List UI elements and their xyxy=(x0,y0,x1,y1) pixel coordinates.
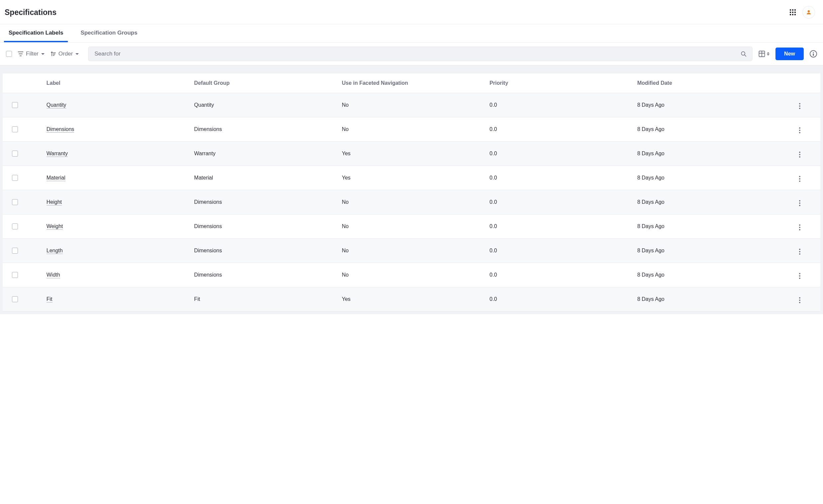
order-button[interactable]: Order xyxy=(50,50,79,57)
info-button[interactable] xyxy=(810,50,817,57)
svg-rect-4 xyxy=(813,53,814,56)
label-link[interactable]: Height xyxy=(46,199,62,205)
caret-down-icon xyxy=(75,53,79,55)
apps-grid-icon[interactable] xyxy=(790,9,796,15)
cell-modified: 8 Days Ago xyxy=(631,93,779,117)
cell-modified: 8 Days Ago xyxy=(631,166,779,190)
cell-faceted: No xyxy=(336,117,483,142)
cell-default-group: Dimensions xyxy=(188,214,336,239)
cell-faceted: No xyxy=(336,214,483,239)
row-checkbox[interactable] xyxy=(12,272,18,278)
select-all-checkbox[interactable] xyxy=(6,51,12,57)
table-row: Dimensions Dimensions No 0.0 8 Days Ago xyxy=(3,117,820,142)
info-icon xyxy=(813,52,814,56)
col-header-actions xyxy=(779,73,820,93)
col-header-checkbox xyxy=(3,73,40,93)
row-actions-menu[interactable] xyxy=(798,102,802,110)
table-row: Fit Fit Yes 0.0 8 Days Ago xyxy=(3,287,820,312)
tab-specification-groups[interactable]: Specification Groups xyxy=(76,24,142,42)
row-checkbox[interactable] xyxy=(12,296,18,302)
table-row: Quantity Quantity No 0.0 8 Days Ago xyxy=(3,93,820,117)
cell-modified: 8 Days Ago xyxy=(631,263,779,287)
cell-modified: 8 Days Ago xyxy=(631,142,779,166)
row-actions-menu[interactable] xyxy=(798,247,802,256)
search-icon[interactable] xyxy=(740,50,747,57)
cell-priority: 0.0 xyxy=(484,117,631,142)
table-row: Width Dimensions No 0.0 8 Days Ago xyxy=(3,263,820,287)
col-header-faceted[interactable]: Use in Faceted Navigation xyxy=(336,73,483,93)
row-actions-menu[interactable] xyxy=(798,296,802,305)
row-checkbox[interactable] xyxy=(12,223,18,229)
cell-faceted: No xyxy=(336,263,483,287)
col-header-priority[interactable]: Priority xyxy=(484,73,631,93)
sort-icon xyxy=(50,51,56,56)
cell-faceted: No xyxy=(336,239,483,263)
cell-default-group: Material xyxy=(188,166,336,190)
cell-priority: 0.0 xyxy=(484,190,631,214)
search-input[interactable] xyxy=(94,50,740,57)
row-actions-menu[interactable] xyxy=(798,175,802,183)
label-link[interactable]: Material xyxy=(46,175,65,181)
user-icon xyxy=(806,9,812,15)
sort-arrows-icon xyxy=(767,52,770,55)
label-link[interactable]: Length xyxy=(46,248,63,254)
page-title: Specifications xyxy=(5,8,56,17)
table-row: Length Dimensions No 0.0 8 Days Ago xyxy=(3,239,820,263)
cell-priority: 0.0 xyxy=(484,142,631,166)
caret-down-icon xyxy=(41,53,44,55)
row-checkbox[interactable] xyxy=(12,102,18,108)
filter-icon xyxy=(18,51,23,56)
cell-default-group: Dimensions xyxy=(188,239,336,263)
cell-priority: 0.0 xyxy=(484,239,631,263)
cell-modified: 8 Days Ago xyxy=(631,117,779,142)
label-link[interactable]: Width xyxy=(46,272,60,278)
filter-label: Filter xyxy=(26,50,38,57)
cell-default-group: Warranty xyxy=(188,142,336,166)
cell-modified: 8 Days Ago xyxy=(631,190,779,214)
cell-modified: 8 Days Ago xyxy=(631,287,779,312)
cell-modified: 8 Days Ago xyxy=(631,239,779,263)
row-checkbox[interactable] xyxy=(12,199,18,205)
label-link[interactable]: Dimensions xyxy=(46,126,74,133)
row-actions-menu[interactable] xyxy=(798,126,802,135)
col-header-default-group[interactable]: Default Group xyxy=(188,73,336,93)
cell-priority: 0.0 xyxy=(484,166,631,190)
specifications-table: Label Default Group Use in Faceted Navig… xyxy=(3,73,820,312)
cell-default-group: Fit xyxy=(188,287,336,312)
col-header-label[interactable]: Label xyxy=(40,73,188,93)
row-checkbox[interactable] xyxy=(12,126,18,132)
page-header: Specifications xyxy=(0,0,823,24)
filter-button[interactable]: Filter xyxy=(18,50,44,57)
cell-faceted: Yes xyxy=(336,287,483,312)
toolbar: Filter Order New xyxy=(0,42,823,65)
cell-priority: 0.0 xyxy=(484,93,631,117)
label-link[interactable]: Quantity xyxy=(46,102,66,108)
label-link[interactable]: Warranty xyxy=(46,151,68,157)
row-checkbox[interactable] xyxy=(12,248,18,254)
new-button[interactable]: New xyxy=(776,47,804,60)
cell-faceted: No xyxy=(336,190,483,214)
table-row: Material Material Yes 0.0 8 Days Ago xyxy=(3,166,820,190)
content: Label Default Group Use in Faceted Navig… xyxy=(0,65,823,314)
row-checkbox[interactable] xyxy=(12,151,18,157)
cell-default-group: Dimensions xyxy=(188,190,336,214)
svg-point-0 xyxy=(808,10,810,12)
cell-priority: 0.0 xyxy=(484,263,631,287)
cell-faceted: Yes xyxy=(336,166,483,190)
tab-specification-labels[interactable]: Specification Labels xyxy=(4,24,68,42)
col-header-modified[interactable]: Modified Date xyxy=(631,73,779,93)
view-switcher[interactable] xyxy=(759,50,770,57)
table-row: Height Dimensions No 0.0 8 Days Ago xyxy=(3,190,820,214)
row-actions-menu[interactable] xyxy=(798,199,802,207)
row-checkbox[interactable] xyxy=(12,175,18,181)
label-link[interactable]: Weight xyxy=(46,223,63,230)
row-actions-menu[interactable] xyxy=(798,223,802,232)
cell-priority: 0.0 xyxy=(484,287,631,312)
row-actions-menu[interactable] xyxy=(798,272,802,280)
table-icon xyxy=(759,50,765,57)
row-actions-menu[interactable] xyxy=(798,150,802,159)
label-link[interactable]: Fit xyxy=(46,296,52,303)
avatar[interactable] xyxy=(802,6,815,19)
cell-priority: 0.0 xyxy=(484,214,631,239)
search-box[interactable] xyxy=(88,46,753,61)
